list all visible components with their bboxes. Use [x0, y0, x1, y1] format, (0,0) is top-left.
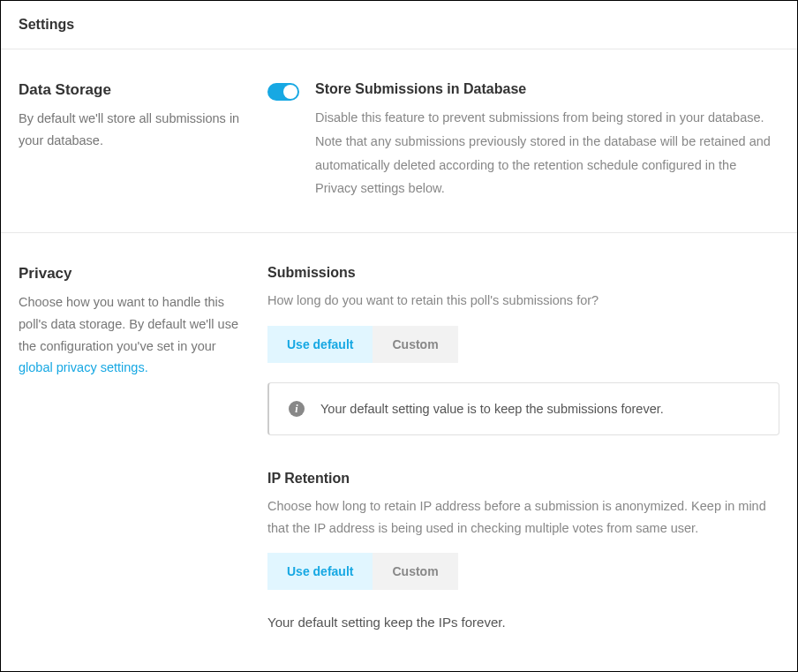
- privacy-title: Privacy: [19, 265, 250, 283]
- ip-default-button[interactable]: Use default: [267, 553, 373, 590]
- privacy-description: Choose how you want to handle this poll'…: [19, 291, 250, 379]
- toggle-content: Store Submissions in Database Disable th…: [315, 81, 779, 200]
- store-submissions-row: Store Submissions in Database Disable th…: [267, 81, 779, 200]
- ip-retention-button-group: Use default Custom: [267, 553, 458, 590]
- privacy-right: Submissions How long do you want to reta…: [267, 265, 779, 630]
- data-storage-description: By default we'll store all submissions i…: [19, 108, 250, 151]
- settings-header: Settings: [1, 1, 797, 49]
- data-storage-left: Data Storage By default we'll store all …: [19, 81, 267, 200]
- data-storage-right: Store Submissions in Database Disable th…: [267, 81, 779, 200]
- ip-custom-button[interactable]: Custom: [373, 553, 457, 590]
- page-title: Settings: [19, 17, 779, 33]
- privacy-section: Privacy Choose how you want to handle th…: [1, 233, 797, 661]
- submissions-info-box: i Your default setting value is to keep …: [267, 382, 779, 435]
- toggle-knob: [283, 85, 297, 99]
- submissions-info-text: Your default setting value is to keep th…: [320, 402, 664, 416]
- submissions-custom-button[interactable]: Custom: [373, 326, 457, 363]
- ip-retention-description: Choose how long to retain IP address bef…: [267, 495, 779, 539]
- privacy-desc-text: Choose how you want to handle this poll'…: [19, 295, 238, 352]
- privacy-left: Privacy Choose how you want to handle th…: [19, 265, 267, 630]
- info-glyph: i: [295, 404, 297, 414]
- submissions-title: Submissions: [267, 265, 779, 281]
- submissions-description: How long do you want to retain this poll…: [267, 290, 779, 312]
- data-storage-section: Data Storage By default we'll store all …: [1, 49, 797, 233]
- ip-retention-subsection: IP Retention Choose how long to retain I…: [267, 471, 779, 630]
- ip-retention-note: Your default setting keep the IPs foreve…: [267, 615, 779, 630]
- info-icon: i: [289, 401, 305, 417]
- global-privacy-link[interactable]: global privacy settings.: [19, 360, 148, 374]
- store-submissions-title: Store Submissions in Database: [315, 81, 779, 97]
- store-submissions-toggle[interactable]: [267, 83, 299, 101]
- submissions-default-button[interactable]: Use default: [267, 326, 373, 363]
- submissions-button-group: Use default Custom: [267, 326, 458, 363]
- ip-retention-title: IP Retention: [267, 471, 779, 487]
- data-storage-title: Data Storage: [19, 81, 250, 99]
- submissions-subsection: Submissions How long do you want to reta…: [267, 265, 779, 435]
- store-submissions-description: Disable this feature to prevent submissi…: [315, 106, 779, 200]
